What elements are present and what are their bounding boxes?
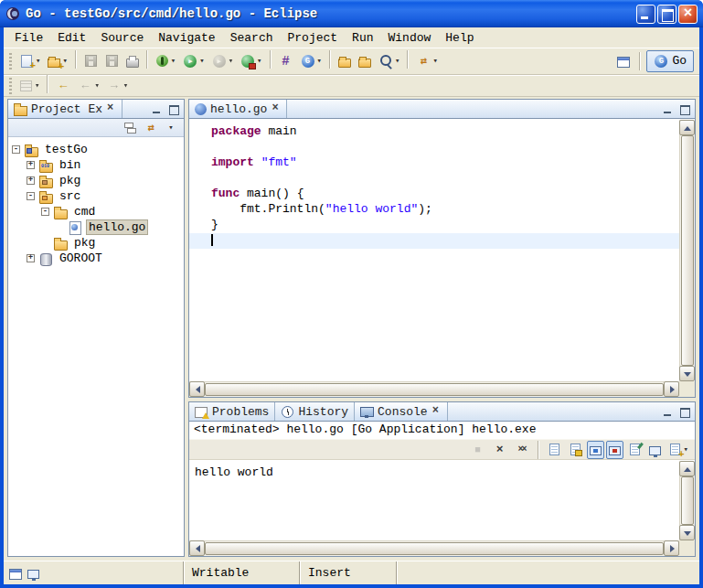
collapse-icon[interactable]: - [27, 192, 35, 200]
dropdown-arrow-icon[interactable]: ▾ [229, 56, 233, 66]
minimize-view-icon[interactable] [661, 406, 675, 418]
console-vertical-scrollbar[interactable] [679, 461, 695, 540]
last-edit-location-button[interactable]: ← [52, 75, 74, 97]
code-line[interactable]: package main [211, 124, 679, 140]
scroll-right-icon[interactable] [664, 381, 679, 397]
console-horizontal-scrollbar[interactable] [189, 540, 679, 556]
tree-item-cmd[interactable]: -cmd [8, 204, 184, 219]
menu-run[interactable]: Run [345, 29, 380, 47]
tree-item-pkg[interactable]: pkg [8, 235, 184, 251]
tab-console[interactable]: Console [355, 402, 448, 421]
link-with-editor-button[interactable]: ⇄ [142, 120, 160, 136]
collapse-icon[interactable]: - [41, 208, 49, 216]
menu-window[interactable]: Window [381, 29, 439, 47]
close-button[interactable] [678, 5, 698, 24]
close-tab-icon[interactable] [431, 407, 442, 417]
expand-icon[interactable]: + [27, 254, 35, 262]
clear-console-button[interactable] [545, 441, 564, 459]
editor-body[interactable]: package mainimport "fmt"func main() { fm… [189, 120, 695, 397]
tab-hello-go[interactable]: hello.go [189, 100, 287, 118]
import-button[interactable] [335, 50, 355, 72]
dropdown-arrow-icon[interactable]: ▾ [36, 56, 40, 66]
tab-project-explorer[interactable]: Project Ex [8, 100, 122, 118]
display-console-button[interactable] [646, 441, 664, 459]
scrollbar-thumb[interactable] [681, 135, 694, 366]
new-go-element-button[interactable]: ▾ [44, 50, 70, 72]
scrollbar-thumb[interactable] [681, 476, 694, 525]
code-line[interactable]: } [211, 218, 679, 233]
tree-item-testgo[interactable]: -testGo [8, 142, 184, 157]
maximize-editor-icon[interactable] [677, 103, 691, 115]
scroll-down-icon[interactable] [679, 525, 695, 540]
menu-help[interactable]: Help [438, 29, 481, 47]
view-menu-button[interactable]: ▾ [162, 120, 180, 136]
open-console-button[interactable]: ▾ [666, 441, 691, 459]
code-line[interactable]: import "fmt" [211, 155, 679, 171]
expand-icon[interactable]: + [27, 176, 35, 185]
menu-source[interactable]: Source [93, 29, 151, 47]
scroll-up-icon[interactable] [679, 120, 695, 135]
maximize-button[interactable] [657, 5, 676, 24]
expand-icon[interactable]: + [27, 161, 35, 169]
toolbar-grip[interactable] [9, 78, 12, 94]
code-line[interactable] [211, 171, 679, 187]
menu-project[interactable]: Project [280, 29, 345, 47]
go-grid-button[interactable]: # [275, 50, 297, 72]
progress-view-icon[interactable] [27, 570, 39, 579]
pin-console-button[interactable] [625, 441, 644, 459]
maximize-view-icon[interactable] [166, 103, 180, 115]
new-folder-button[interactable] [355, 50, 375, 72]
console-output[interactable]: hello world [189, 461, 695, 556]
scroll-down-icon[interactable] [679, 366, 695, 381]
tab-problems[interactable]: Problems [189, 402, 275, 421]
dropdown-arrow-icon[interactable]: ▾ [432, 56, 437, 66]
go-perspective-button[interactable]: G Go [646, 50, 694, 72]
print-button[interactable] [122, 50, 143, 72]
remove-all-launches-button[interactable]: ×× [512, 441, 532, 459]
dropdown-arrow-icon[interactable]: ▾ [94, 80, 99, 91]
fast-view-icon[interactable] [9, 569, 22, 580]
scroll-left-icon[interactable] [189, 540, 205, 556]
scroll-lock-button[interactable] [566, 441, 585, 459]
scroll-left-icon[interactable] [189, 381, 205, 397]
collapse-all-button[interactable] [122, 120, 140, 136]
run-button[interactable]: ▶▾ [179, 50, 208, 72]
code-line[interactable] [211, 140, 679, 155]
code-area[interactable]: package mainimport "fmt"func main() { fm… [189, 120, 679, 381]
external-tools-button[interactable]: ▾ [237, 50, 265, 72]
code-line[interactable]: fmt.Println("hello world"); [211, 202, 679, 218]
tree-item-bin[interactable]: +010bin [8, 157, 184, 173]
dropdown-arrow-icon[interactable]: ▾ [395, 56, 399, 66]
tree-item-hello-go[interactable]: hello.go [8, 219, 184, 235]
dropdown-arrow-icon[interactable]: ▾ [123, 80, 128, 91]
open-perspective-button[interactable] [613, 50, 634, 72]
scrollbar-thumb[interactable] [205, 383, 664, 396]
new-wizard-button[interactable]: ▾ [16, 50, 44, 72]
editor-vertical-scrollbar[interactable] [679, 120, 695, 381]
title-bar[interactable]: Go - testGo/src/cmd/hello.go - Eclipse [0, 0, 703, 27]
toolbar-grip[interactable] [9, 53, 12, 69]
search-button[interactable]: ▾ [375, 50, 403, 72]
dropdown-arrow-icon[interactable]: ▾ [257, 56, 261, 66]
menu-file[interactable]: File [7, 29, 50, 47]
dropdown-arrow-icon[interactable]: ▾ [317, 56, 322, 66]
team-sync-button[interactable]: ⇄▾ [412, 50, 441, 72]
dropdown-arrow-icon[interactable]: ▾ [35, 80, 39, 91]
collapse-icon[interactable]: - [12, 145, 20, 154]
debug-button[interactable]: ▾ [152, 50, 179, 72]
maximize-view-icon[interactable] [677, 406, 691, 418]
minimize-editor-icon[interactable] [661, 103, 675, 115]
menu-search[interactable]: Search [223, 29, 281, 47]
tree-item-goroot[interactable]: +GOROOT [8, 251, 184, 266]
code-line[interactable]: func main() { [211, 187, 679, 202]
close-editor-icon[interactable] [271, 104, 281, 114]
show-stdout-button[interactable] [587, 441, 604, 459]
tree-item-src[interactable]: -src [8, 188, 184, 204]
tab-history[interactable]: History [275, 402, 355, 421]
remove-launch-button[interactable]: × [490, 441, 510, 459]
tree-item-pkg[interactable]: +pkg [8, 173, 184, 188]
new-go-app-button[interactable]: G▾ [297, 50, 325, 72]
show-stderr-button[interactable] [606, 441, 623, 459]
dropdown-arrow-icon[interactable]: ▾ [199, 56, 204, 66]
scrollbar-thumb[interactable] [205, 542, 664, 555]
